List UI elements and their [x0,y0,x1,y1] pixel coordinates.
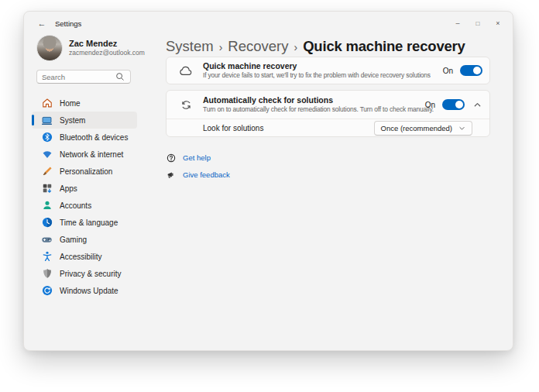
setting-title: Quick machine recovery [203,61,443,71]
toggle-knob [473,67,481,74]
sidebar-nav: Home System Bluetooth & devices [32,95,137,299]
close-button[interactable]: × [488,15,508,31]
selection-indicator [32,115,34,126]
setting-title: Automatically check for solutions [203,95,425,105]
back-arrow-icon: ← [38,19,46,28]
sidebar-item-label: Gaming [60,236,87,244]
sidebar-item-label: Personalization [60,167,112,176]
sidebar-item-label: Time & language [60,218,118,227]
sidebar-item-label: Home [60,99,81,108]
get-help-link[interactable]: Get help [166,153,490,163]
maximize-button[interactable]: □ [468,15,488,31]
sidebar-item-label: System [60,116,85,125]
sidebar-item-label: Privacy & security [60,270,121,278]
setting-description: If your device fails to start, we'll try… [203,71,443,80]
breadcrumb-separator-icon: › [219,40,223,53]
feedback-icon [166,170,176,180]
toggle-state-label: On [443,67,453,75]
search-input[interactable] [42,73,114,81]
chevron-up-icon [473,101,482,109]
network-icon [41,149,53,160]
look-for-solutions-label: Look for solutions [203,124,374,132]
sidebar-item-privacy-security[interactable]: Privacy & security [32,265,137,282]
apps-icon [41,183,53,194]
system-icon [41,115,53,126]
setting-description: Turn on to automatically check for remed… [203,105,425,114]
breadcrumb-recovery[interactable]: Recovery [228,38,288,55]
profile-email: zacmendez@outlook.com [69,49,145,57]
sidebar-item-system[interactable]: System [32,112,137,129]
dropdown-selected-value: Once (recommended) [381,124,452,132]
auto-check-solutions-card: Automatically check for solutions Turn o… [166,90,490,137]
toggle-state-label: On [425,101,435,109]
minimize-button[interactable]: – [448,15,468,31]
bluetooth-icon [41,132,53,143]
maximize-icon: □ [476,20,480,27]
sidebar-item-personalization[interactable]: Personalization [32,163,137,180]
titlebar: ← Settings – □ × [24,12,513,35]
sidebar-item-label: Accounts [60,201,91,210]
accounts-icon [41,200,53,211]
app-title: Settings [55,19,81,28]
breadcrumb-system[interactable]: System [166,38,214,55]
auto-check-solutions-toggle[interactable] [442,99,465,110]
sidebar-item-accessibility[interactable]: Accessibility [32,248,137,265]
breadcrumb-separator-icon: › [294,40,298,53]
sidebar-item-label: Accessibility [60,253,101,261]
sidebar-item-accounts[interactable]: Accounts [32,197,137,214]
sidebar-item-label: Network & internet [60,150,123,159]
sidebar-item-label: Apps [60,184,77,193]
window-controls: – □ × [448,15,508,31]
windows-update-icon [41,285,53,297]
quick-machine-recovery-card: Quick machine recovery If your device fa… [166,57,490,84]
search-icon [114,71,125,83]
privacy-security-icon [41,268,53,280]
personalization-icon [41,166,53,177]
breadcrumb: System › Recovery › Quick machine recove… [166,37,490,56]
give-feedback-link[interactable]: Give feedback [166,170,490,180]
chevron-down-icon [458,125,465,132]
look-for-solutions-row: Look for solutions Once (recommended) [167,119,489,136]
settings-window: ← Settings – □ × Zac Mendez zacmendez@ou… [23,11,513,351]
toggle-knob [455,101,463,108]
close-icon: × [496,19,500,27]
accessibility-icon [41,251,53,263]
profile[interactable]: Zac Mendez zacmendez@outlook.com [36,35,137,61]
sidebar-item-network-internet[interactable]: Network & internet [32,146,137,163]
sidebar: Zac Mendez zacmendez@outlook.com Home [24,35,137,351]
page-title: Quick machine recovery [303,38,465,55]
cloud-icon [178,66,194,76]
sidebar-item-windows-update[interactable]: Windows Update [32,282,137,299]
sidebar-item-bluetooth-devices[interactable]: Bluetooth & devices [32,129,137,146]
sidebar-item-gaming[interactable]: Gaming [32,231,137,248]
sync-icon [178,99,194,111]
look-for-solutions-dropdown[interactable]: Once (recommended) [374,121,472,136]
avatar [36,35,63,61]
quick-machine-recovery-toggle[interactable] [460,65,482,76]
get-help-icon [166,153,176,163]
gaming-icon [41,234,53,246]
profile-name: Zac Mendez [69,39,145,49]
window-content: Zac Mendez zacmendez@outlook.com Home [24,35,513,351]
collapse-expander-button[interactable] [472,99,482,110]
search-box[interactable] [36,70,131,84]
sidebar-item-time-language[interactable]: Time & language [32,214,137,231]
sidebar-item-apps[interactable]: Apps [32,180,137,197]
time-language-icon [41,217,53,229]
sidebar-item-label: Windows Update [60,287,118,295]
home-icon [41,98,53,109]
main-content: System › Recovery › Quick machine recove… [166,35,490,351]
minimize-icon: – [455,19,459,27]
back-button[interactable]: ← [32,15,52,31]
get-help-label: Get help [183,153,211,162]
give-feedback-label: Give feedback [183,170,230,179]
sidebar-item-label: Bluetooth & devices [60,133,128,142]
sidebar-item-home[interactable]: Home [32,95,137,112]
